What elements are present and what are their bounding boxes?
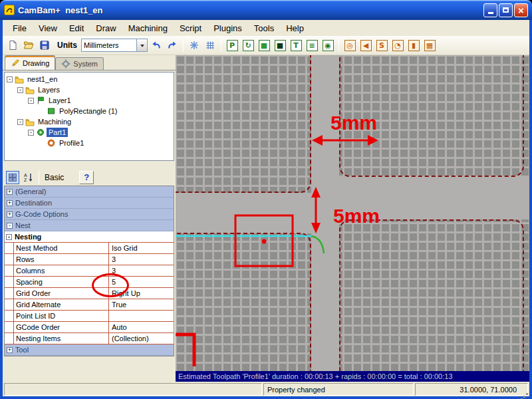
property-name: Spacing bbox=[14, 277, 109, 287]
menu-draw[interactable]: Draw bbox=[90, 21, 122, 35]
save-button[interactable] bbox=[37, 38, 52, 53]
undo-button[interactable] bbox=[149, 38, 164, 53]
toolbar-green-button-2[interactable]: ↻ bbox=[241, 38, 255, 53]
drawing-canvas[interactable]: 5mm 5mm bbox=[176, 55, 529, 371]
property-value[interactable]: 5 bbox=[109, 277, 174, 287]
property-value[interactable]: Right Up bbox=[109, 288, 174, 299]
minimize-button[interactable] bbox=[483, 3, 497, 17]
alphabetical-sort-button[interactable]: A Z bbox=[21, 171, 35, 184]
toolbar-orange-button-1[interactable]: ◎ bbox=[342, 38, 357, 53]
green-icon-6: ≡ bbox=[307, 40, 318, 51]
menu-plugins[interactable]: Plugins bbox=[207, 21, 248, 35]
tree-item-polyrectangle[interactable]: PolyRectangle (1) bbox=[5, 106, 174, 116]
expand-icon[interactable]: + bbox=[7, 211, 13, 217]
drawing-tree[interactable]: - nest1_en - Layers bbox=[4, 72, 174, 161]
units-label: Units bbox=[57, 41, 77, 50]
categorized-icon bbox=[8, 173, 17, 182]
menu-machining[interactable]: Machining bbox=[122, 21, 174, 35]
redo-button[interactable] bbox=[165, 38, 180, 53]
toolbar-orange-button-5[interactable]: ▮ bbox=[406, 38, 421, 53]
toolbar-green-button-6[interactable]: ≡ bbox=[305, 38, 319, 53]
basic-filter-label[interactable]: Basic bbox=[45, 173, 64, 182]
property-row-nesting-items[interactable]: Nesting Items (Collection) bbox=[5, 333, 174, 344]
category-label: Tool bbox=[15, 346, 29, 354]
menu-view[interactable]: View bbox=[33, 21, 63, 35]
tree-item-label: PolyRectangle (1) bbox=[57, 106, 119, 116]
menu-tools[interactable]: Tools bbox=[248, 21, 280, 35]
tree-item-label: Machining bbox=[36, 117, 73, 126]
panel-splitter[interactable] bbox=[4, 161, 174, 169]
property-category-general[interactable]: + (General) bbox=[5, 186, 174, 198]
units-combobox-dropdown-button[interactable] bbox=[136, 39, 147, 51]
menu-edit[interactable]: Edit bbox=[63, 21, 90, 35]
tree-item-layers[interactable]: - Layers bbox=[5, 84, 174, 95]
property-subheader-nesting[interactable]: - Nesting bbox=[5, 231, 174, 243]
menu-script[interactable]: Script bbox=[174, 21, 207, 35]
categorized-view-button[interactable] bbox=[6, 171, 19, 184]
new-file-button[interactable] bbox=[5, 38, 20, 53]
tab-system[interactable]: System bbox=[55, 57, 104, 70]
category-label: G-Code Options bbox=[15, 210, 68, 218]
property-value[interactable]: Auto bbox=[109, 322, 174, 332]
property-category-gcode-options[interactable]: + G-Code Options bbox=[5, 209, 174, 220]
property-value[interactable]: 3 bbox=[109, 265, 174, 276]
tree-item-part1[interactable]: - Part1 bbox=[5, 127, 174, 138]
expand-icon[interactable]: + bbox=[7, 347, 13, 353]
toolbar-orange-button-2[interactable]: ◀ bbox=[358, 38, 373, 53]
property-value[interactable]: Iso Grid bbox=[109, 243, 174, 253]
property-row-point-list-id[interactable]: Point List ID bbox=[5, 311, 174, 322]
collapse-icon[interactable]: - bbox=[17, 119, 23, 125]
collapse-icon[interactable]: - bbox=[7, 223, 13, 229]
toolbar-green-button-5[interactable]: T bbox=[289, 38, 303, 53]
toolbar-orange-button-3[interactable]: S bbox=[374, 38, 389, 53]
toolbar-orange-button-4[interactable]: ◔ bbox=[390, 38, 405, 53]
collapse-icon[interactable]: - bbox=[7, 76, 13, 82]
units-combobox[interactable]: Millimeters bbox=[81, 39, 148, 52]
sort-az-icon: A Z bbox=[23, 172, 33, 182]
collapse-icon[interactable]: - bbox=[28, 98, 34, 104]
menu-file[interactable]: File bbox=[7, 21, 33, 35]
expand-icon[interactable]: + bbox=[7, 200, 13, 206]
title-bar[interactable]: CamBam+ nest1_en × bbox=[0, 0, 532, 20]
property-row-grid-alternate[interactable]: Grid Alternate True bbox=[5, 299, 174, 311]
tree-item-machining[interactable]: - Machining bbox=[5, 116, 174, 127]
resize-grip-icon[interactable] bbox=[526, 393, 528, 395]
property-row-grid-order[interactable]: Grid Order Right Up bbox=[5, 288, 174, 299]
property-value[interactable]: (Collection) bbox=[109, 333, 174, 344]
property-value[interactable]: 3 bbox=[109, 254, 174, 265]
help-button[interactable]: ? bbox=[79, 171, 94, 184]
property-category-destination[interactable]: + Destination bbox=[5, 198, 174, 209]
subheader-label: Nesting bbox=[15, 233, 41, 241]
property-row-gcode-order[interactable]: GCode Order Auto bbox=[5, 322, 174, 333]
open-file-button[interactable] bbox=[21, 38, 36, 53]
collapse-icon[interactable]: - bbox=[28, 130, 34, 136]
maximize-button[interactable] bbox=[499, 3, 513, 17]
property-value[interactable]: True bbox=[109, 299, 174, 310]
property-row-rows[interactable]: Rows 3 bbox=[5, 254, 174, 265]
property-category-tool[interactable]: + Tool bbox=[5, 344, 174, 356]
tree-item-profile1[interactable]: Profile1 bbox=[5, 138, 174, 148]
nest-gap-horizontal-left bbox=[176, 193, 311, 233]
close-button[interactable]: × bbox=[514, 3, 528, 17]
tab-drawing[interactable]: Drawing bbox=[5, 55, 55, 70]
toolbar-green-button-7[interactable]: ◉ bbox=[321, 38, 335, 53]
snap-points-button[interactable] bbox=[187, 38, 201, 53]
property-row-spacing[interactable]: Spacing 5 bbox=[5, 277, 174, 288]
collapse-icon[interactable]: - bbox=[17, 87, 23, 93]
expand-icon[interactable]: + bbox=[7, 189, 13, 195]
property-value[interactable] bbox=[109, 311, 174, 321]
grid-icon bbox=[205, 40, 215, 51]
tree-item-nest1-en[interactable]: - nest1_en bbox=[5, 74, 174, 84]
property-category-nest[interactable]: - Nest bbox=[5, 220, 174, 231]
property-row-nest-method[interactable]: Nest Method Iso Grid bbox=[5, 243, 174, 254]
property-row-columns[interactable]: Columns 3 bbox=[5, 265, 174, 277]
toolbar-green-button-3[interactable]: ■ bbox=[257, 38, 271, 53]
folder-icon bbox=[15, 75, 25, 84]
toolbar-green-button-1[interactable]: P bbox=[225, 38, 239, 53]
toolbar-green-button-4[interactable]: ■ bbox=[273, 38, 287, 53]
tree-item-layer1[interactable]: - Layer1 bbox=[5, 95, 174, 106]
grid-toggle-button[interactable] bbox=[203, 38, 217, 53]
toolbar-orange-button-6[interactable]: ▦ bbox=[422, 38, 437, 53]
collapse-icon[interactable]: - bbox=[6, 234, 12, 240]
menu-help[interactable]: Help bbox=[280, 21, 310, 35]
